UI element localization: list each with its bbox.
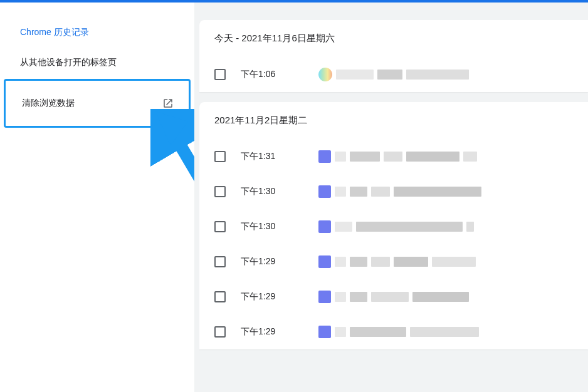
- blur-segment: [350, 292, 367, 302]
- history-row[interactable]: 下午1:29: [199, 244, 588, 279]
- sidebar: Chrome 历史记录 从其他设备打开的标签页 清除浏览数据: [0, 3, 194, 392]
- history-row-time: 下午1:29: [241, 256, 303, 267]
- history-row[interactable]: 下午1:31: [199, 139, 588, 174]
- history-row-favicon: [318, 185, 331, 198]
- blur-segment: [350, 152, 380, 162]
- blur-segment: [394, 187, 481, 197]
- sidebar-item-label: 从其他设备打开的标签页: [20, 57, 117, 68]
- history-row[interactable]: 下午1:29: [199, 314, 588, 349]
- history-section-header: 2021年11月2日星期二: [199, 102, 588, 139]
- blur-segment: [335, 292, 346, 302]
- blur-segment: [350, 257, 367, 267]
- blur-segment: [335, 257, 346, 267]
- history-main-panel: 今天 - 2021年11月6日星期六下午1:062021年11月2日星期二下午1…: [194, 3, 588, 392]
- blur-segment: [377, 70, 402, 80]
- history-row-favicon: [318, 220, 331, 233]
- history-row-title-blurred: [318, 255, 588, 268]
- history-row[interactable]: 下午1:30: [199, 174, 588, 209]
- history-row-checkbox[interactable]: [214, 69, 226, 80]
- history-section: 2021年11月2日星期二下午1:31下午1:30下午1:30下午1:29下午1…: [199, 102, 588, 349]
- history-row[interactable]: 下午1:30: [199, 209, 588, 244]
- sidebar-item-chrome-history[interactable]: Chrome 历史记录: [0, 18, 194, 48]
- history-row-checkbox[interactable]: [214, 256, 226, 267]
- history-row-favicon: [318, 291, 331, 303]
- history-row-title-blurred: [318, 185, 588, 198]
- blur-segment: [371, 292, 409, 302]
- blur-segment: [335, 187, 346, 197]
- blur-segment: [394, 257, 428, 267]
- clear-browsing-data-button[interactable]: 清除浏览数据: [4, 79, 191, 128]
- history-row-checkbox[interactable]: [214, 221, 226, 232]
- blur-segment: [371, 257, 390, 267]
- history-row-checkbox[interactable]: [214, 326, 226, 338]
- history-row-time: 下午1:06: [241, 69, 303, 80]
- blur-segment: [350, 187, 367, 197]
- blur-segment: [350, 327, 406, 337]
- history-section: 今天 - 2021年11月6日星期六下午1:06: [199, 20, 588, 92]
- history-row-time: 下午1:31: [241, 151, 303, 162]
- history-row-title-blurred: [318, 291, 588, 303]
- blur-segment: [336, 70, 374, 80]
- blur-segment: [384, 152, 402, 162]
- history-row[interactable]: 下午1:06: [199, 57, 588, 92]
- history-row-checkbox[interactable]: [214, 151, 226, 162]
- blur-segment: [371, 187, 390, 197]
- blur-segment: [463, 152, 477, 162]
- blur-segment: [410, 327, 479, 337]
- blur-segment: [406, 70, 469, 80]
- history-row-favicon: [318, 255, 331, 268]
- history-row-favicon: [318, 326, 331, 338]
- clear-browsing-data-label: 清除浏览数据: [22, 98, 75, 109]
- history-row-title-blurred: [318, 220, 588, 233]
- history-row-time: 下午1:29: [241, 291, 303, 302]
- history-row-favicon: [318, 68, 332, 81]
- history-row-title-blurred: [318, 68, 588, 81]
- history-row-title-blurred: [318, 150, 588, 163]
- history-row-time: 下午1:30: [241, 221, 303, 232]
- history-row-favicon: [318, 150, 331, 163]
- blur-segment: [335, 327, 346, 337]
- blur-segment: [466, 222, 474, 232]
- blur-segment: [406, 152, 459, 162]
- blur-segment: [335, 222, 352, 232]
- history-row-time: 下午1:30: [241, 186, 303, 197]
- open-external-icon: [162, 98, 174, 109]
- sidebar-item-tabs-from-other-devices[interactable]: 从其他设备打开的标签页: [0, 48, 194, 78]
- sidebar-item-label: Chrome 历史记录: [20, 27, 89, 38]
- history-row-title-blurred: [318, 326, 588, 338]
- blur-segment: [432, 257, 476, 267]
- history-section-header: 今天 - 2021年11月6日星期六: [199, 20, 588, 57]
- history-row[interactable]: 下午1:29: [199, 279, 588, 314]
- blur-segment: [412, 292, 469, 302]
- blur-segment: [335, 152, 346, 162]
- history-row-time: 下午1:29: [241, 326, 303, 338]
- history-row-checkbox[interactable]: [214, 291, 226, 302]
- page-container: Chrome 历史记录 从其他设备打开的标签页 清除浏览数据 今天 - 2021…: [0, 3, 588, 392]
- history-row-checkbox[interactable]: [214, 186, 226, 197]
- blur-segment: [356, 222, 463, 232]
